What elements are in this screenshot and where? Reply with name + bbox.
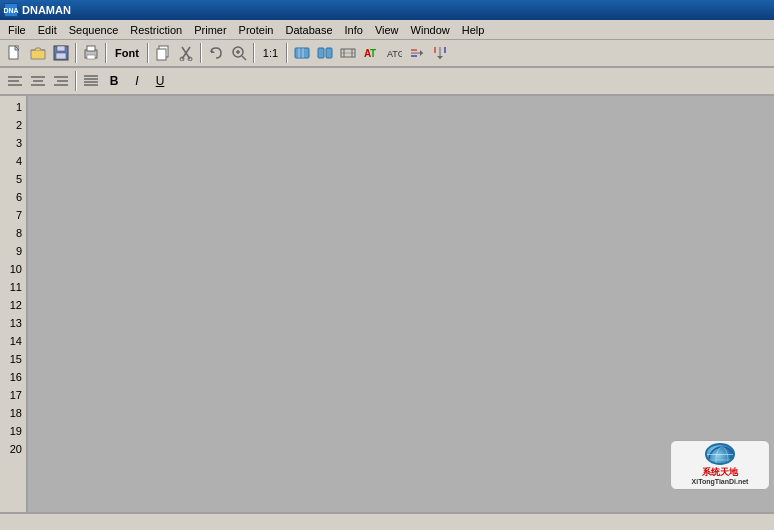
svg-rect-19: [295, 48, 309, 58]
sep6: [286, 43, 288, 63]
cut-button[interactable]: [175, 42, 197, 64]
line-number: 11: [0, 278, 26, 296]
menu-edit[interactable]: Edit: [32, 22, 63, 38]
line-number: 17: [0, 386, 26, 404]
line-number: 12: [0, 296, 26, 314]
watermark-globe: [705, 443, 735, 465]
tb2-btn4[interactable]: [80, 70, 102, 92]
svg-rect-7: [87, 55, 95, 59]
svg-rect-23: [326, 48, 332, 58]
watermark-text: 系统天地 XiTongTianDi.net: [692, 467, 749, 487]
copy-button[interactable]: [152, 42, 174, 64]
watermark: 系统天地 XiTongTianDi.net: [670, 440, 770, 490]
menu-bar: File Edit Sequence Restriction Primer Pr…: [0, 20, 774, 40]
seq-btn6[interactable]: [406, 42, 428, 64]
seq-btn3[interactable]: [337, 42, 359, 64]
sep7: [75, 71, 77, 91]
sep1: [75, 43, 77, 63]
zoom-11-button[interactable]: 1:1: [258, 42, 283, 64]
save-button[interactable]: [50, 42, 72, 64]
line-number: 9: [0, 242, 26, 260]
toolbar-1: Font 1:1: [0, 40, 774, 68]
menu-database[interactable]: Database: [279, 22, 338, 38]
svg-rect-9: [157, 49, 166, 60]
tb2-btn6[interactable]: I: [126, 70, 148, 92]
line-numbers: 1234567891011121314151617181920: [0, 96, 28, 512]
svg-rect-4: [56, 53, 66, 59]
svg-point-52: [709, 447, 735, 465]
menu-window[interactable]: Window: [405, 22, 456, 38]
seq-btn4[interactable]: A T: [360, 42, 382, 64]
line-number: 10: [0, 260, 26, 278]
sep4: [200, 43, 202, 63]
svg-rect-6: [87, 46, 95, 51]
line-number: 6: [0, 188, 26, 206]
new-button[interactable]: [4, 42, 26, 64]
editor-area[interactable]: 系统天地 XiTongTianDi.net: [28, 96, 774, 512]
menu-restriction[interactable]: Restriction: [124, 22, 188, 38]
undo-button[interactable]: [205, 42, 227, 64]
seq-btn5[interactable]: ATG: [383, 42, 405, 64]
menu-file[interactable]: File: [2, 22, 32, 38]
line-number: 13: [0, 314, 26, 332]
sep2: [105, 43, 107, 63]
svg-marker-32: [420, 50, 423, 56]
line-number: 7: [0, 206, 26, 224]
line-number: 15: [0, 350, 26, 368]
svg-line-16: [242, 56, 246, 60]
tb2-btn3[interactable]: [50, 70, 72, 92]
sep5: [253, 43, 255, 63]
tb2-btn1[interactable]: [4, 70, 26, 92]
svg-text:T: T: [370, 48, 376, 59]
font-button[interactable]: Font: [110, 42, 144, 64]
status-bar: [0, 512, 774, 530]
line-number: 18: [0, 404, 26, 422]
seq-btn2[interactable]: [314, 42, 336, 64]
open-button[interactable]: [27, 42, 49, 64]
app-title: DNAMAN: [22, 4, 71, 16]
menu-sequence[interactable]: Sequence: [63, 22, 125, 38]
tb2-btn5[interactable]: B: [103, 70, 125, 92]
svg-text:ATG: ATG: [387, 49, 402, 59]
line-number: 2: [0, 116, 26, 134]
seq-btn7[interactable]: [429, 42, 451, 64]
sep3: [147, 43, 149, 63]
line-number: 3: [0, 134, 26, 152]
svg-rect-3: [57, 46, 65, 51]
line-number: 16: [0, 368, 26, 386]
menu-view[interactable]: View: [369, 22, 405, 38]
line-number: 20: [0, 440, 26, 458]
print-button[interactable]: [80, 42, 102, 64]
toolbar-2: B I U: [0, 68, 774, 96]
menu-protein[interactable]: Protein: [233, 22, 280, 38]
tb2-btn7[interactable]: U: [149, 70, 171, 92]
menu-info[interactable]: Info: [339, 22, 369, 38]
line-number: 5: [0, 170, 26, 188]
seq-btn1[interactable]: [291, 42, 313, 64]
svg-rect-22: [318, 48, 324, 58]
menu-primer[interactable]: Primer: [188, 22, 232, 38]
menu-help[interactable]: Help: [456, 22, 491, 38]
line-number: 14: [0, 332, 26, 350]
line-number: 19: [0, 422, 26, 440]
line-number: 1: [0, 98, 26, 116]
line-number: 8: [0, 224, 26, 242]
zoom-in-button[interactable]: [228, 42, 250, 64]
svg-marker-36: [437, 56, 443, 59]
line-number: 4: [0, 152, 26, 170]
title-bar: DNA DNAMAN: [0, 0, 774, 20]
main-area: 1234567891011121314151617181920: [0, 96, 774, 512]
app-icon: DNA: [4, 3, 18, 17]
tb2-btn2[interactable]: [27, 70, 49, 92]
